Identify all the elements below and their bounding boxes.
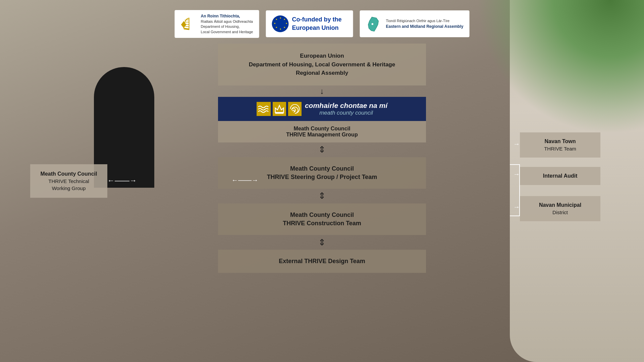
council-icon-waves xyxy=(257,102,271,116)
arrow-to-navan-municipal: → xyxy=(513,203,520,211)
council-name-english: meath county council xyxy=(305,110,387,116)
svg-text:★: ★ xyxy=(285,22,287,24)
regional-assembly-text: Tionól Réigiúnach Oirthir agus Lár-Tíre … xyxy=(386,18,463,29)
arrow-from-steering-left: ←——→ xyxy=(231,176,258,184)
arrow-updown-1: ⇕ xyxy=(317,143,327,157)
logos-bar: ♦ An Roinn Tithíochta, Rialtais Áitiúil … xyxy=(175,10,470,38)
external-team-title: External THRIVE Design Team xyxy=(228,257,416,265)
arrow-updown-2: ⇕ xyxy=(317,189,327,203)
svg-text:★: ★ xyxy=(283,26,285,28)
internal-audit-label: Internal Audit xyxy=(528,172,592,180)
council-icon-crown xyxy=(272,102,286,116)
technical-working-group-box: Meath County Council THRIVE Technical Wo… xyxy=(30,164,107,198)
technical-wg-label3: Working Group xyxy=(38,185,99,192)
navan-town-label2: THRIVE Team xyxy=(528,145,592,152)
svg-line-3 xyxy=(184,24,189,24)
flowchart: European Union Department of Housing, Lo… xyxy=(218,44,426,273)
arrow-updown-3: ⇕ xyxy=(317,236,327,249)
left-arrow-connector: ←——→ xyxy=(107,176,137,185)
council-logo-icons xyxy=(257,102,302,116)
svg-text:★: ★ xyxy=(279,28,281,30)
council-logo-area: comhairle chontae na mí meath county cou… xyxy=(218,97,426,121)
construction-team-box: Meath County Council THRIVE Construction… xyxy=(218,203,426,235)
navan-town-box: Navan Town THRIVE Team xyxy=(520,132,600,158)
technical-wg-label2: THRIVE Technical xyxy=(38,178,99,185)
svg-text:★: ★ xyxy=(279,17,281,19)
svg-text:★: ★ xyxy=(273,22,275,24)
technical-wg-label1: Meath County Council xyxy=(38,170,99,178)
arrow-down-1: ↓ xyxy=(317,86,327,96)
construction-team-subtitle: THRIVE Construction Team xyxy=(228,219,416,228)
content-overlay: ♦ An Roinn Tithíochta, Rialtais Áitiúil … xyxy=(0,0,644,362)
navan-town-label1: Navan Town xyxy=(528,138,592,145)
eu-logo-box: ★ ★ ★ ★ ★ ★ ★ ★ Co-funded by the Europea… xyxy=(266,10,353,37)
ireland-department-logo-box: ♦ An Roinn Tithíochta, Rialtais Áitiúil … xyxy=(175,10,259,38)
svg-point-16 xyxy=(372,23,373,25)
council-box: comhairle chontae na mí meath county cou… xyxy=(218,97,426,142)
ireland-dept-text: An Roinn Tithíochta, Rialtais Áitiúil ag… xyxy=(201,13,253,35)
top-funding-box: European Union Department of Housing, Lo… xyxy=(218,44,426,85)
svg-text:★: ★ xyxy=(283,18,285,20)
construction-team-title: Meath County Council xyxy=(228,211,416,219)
svg-text:★: ★ xyxy=(275,18,277,20)
eu-stars-icon: ★ ★ ★ ★ ★ ★ ★ ★ xyxy=(272,15,288,32)
svg-line-6 xyxy=(185,20,189,20)
council-name-irish: comhairle chontae na mí xyxy=(305,102,387,110)
harp-icon: ♦ xyxy=(181,15,198,32)
management-group-text: Meath County Council THRIVE Management G… xyxy=(218,121,426,142)
external-team-box: External THRIVE Design Team xyxy=(218,250,426,273)
eu-logo-text: Co-funded by the European Union xyxy=(292,15,341,32)
council-text-area: comhairle chontae na mí meath county cou… xyxy=(305,102,387,116)
arrow-to-internal-audit: → xyxy=(513,170,520,178)
navan-municipal-box: Navan Municipal District xyxy=(520,196,600,221)
regional-assembly-logo-box: Tionól Réigiúnach Oirthir agus Lár-Tíre … xyxy=(360,10,469,37)
council-icon-spiral xyxy=(287,102,302,116)
navan-municipal-label2: District xyxy=(528,209,592,216)
svg-rect-20 xyxy=(275,112,283,114)
arrow-to-navan-town: → xyxy=(513,140,520,148)
navan-municipal-label1: Navan Municipal xyxy=(528,201,592,209)
internal-audit-box: Internal Audit xyxy=(520,167,600,185)
ireland-map-icon xyxy=(366,15,382,32)
svg-text:★: ★ xyxy=(275,26,277,28)
steering-group-title: Meath County Council xyxy=(228,165,416,173)
